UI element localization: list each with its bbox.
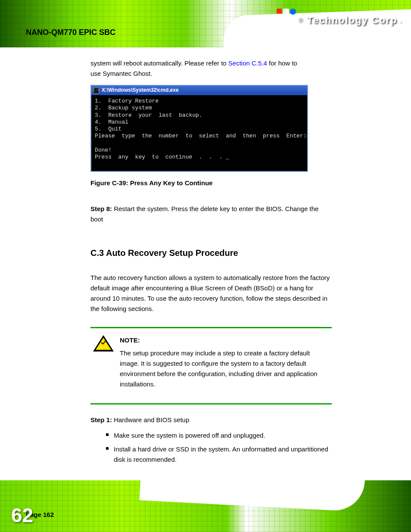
step-8-label: Step 8: — [90, 205, 114, 212]
brand-logo: ® Technology Corp . — [276, 9, 402, 32]
note-callout: NOTE: The setup procedure may include a … — [90, 327, 332, 404]
iei-logo-icon — [276, 9, 296, 32]
note-label: NOTE: — [120, 335, 329, 345]
cmd-titlebar: C:\ X:\Windows\System32\cmd.exe — [91, 86, 307, 95]
note-triangle-icon — [93, 335, 114, 352]
brand-name: Technology Corp — [307, 15, 397, 26]
continuation-paragraph: system will reboot automatically. Please… — [90, 58, 332, 79]
section-heading: C.3 Auto Recovery Setup Procedure — [90, 246, 332, 260]
registered-mark: ® — [299, 17, 303, 24]
cmd-body-text: 1. Factory Restore 2. Backup system 3. R… — [91, 95, 307, 171]
cmd-window-title: X:\Windows\System32\cmd.exe — [102, 86, 179, 94]
hw-intro-text: Hardware and BIOS setup — [114, 416, 189, 423]
cmd-window-icon: C:\ — [93, 87, 99, 93]
step-1: Step 1: Hardware and BIOS setup — [90, 415, 332, 425]
hardware-bullets: Make sure the system is powered off and … — [90, 430, 332, 465]
list-item: Install a hard drive or SSD in the syste… — [114, 444, 332, 465]
list-item: Make sure the system is powered off and … — [114, 430, 332, 441]
section-body: The auto recovery function allows a syst… — [90, 273, 332, 314]
section-ref-link[interactable]: Section C.5.4 — [228, 59, 267, 67]
cmd-window: C:\ X:\Windows\System32\cmd.exe 1. Facto… — [90, 85, 308, 172]
step-1-label: Step 1: — [90, 416, 112, 423]
header-decor: ® Technology Corp . — [0, 0, 411, 47]
note-text: The setup procedure may include a step t… — [120, 349, 318, 388]
hardware-list-block: Step 1: Hardware and BIOS setup Make sur… — [90, 415, 332, 465]
step-8: Step 8: Restart the system. Press the de… — [90, 204, 332, 224]
footer-swoosh — [140, 480, 369, 512]
note-content: NOTE: The setup procedure may include a … — [120, 335, 329, 389]
step-8-text: Restart the system. Press the delete key… — [90, 205, 318, 223]
page-title: NANO-QM770 EPIC SBC — [26, 28, 115, 37]
main-content: system will reboot automatically. Please… — [90, 58, 332, 468]
footer-decor — [0, 480, 411, 532]
para1-line2: use Symantec Ghost. — [90, 70, 152, 77]
brand-dot: . — [400, 17, 402, 24]
para1-b: for how to — [269, 59, 297, 67]
para1-a: system will reboot automatically. Please… — [90, 59, 228, 67]
page-badge: 62 — [11, 504, 33, 527]
figure-caption: Figure C-39: Press Any Key to Continue — [90, 178, 332, 188]
